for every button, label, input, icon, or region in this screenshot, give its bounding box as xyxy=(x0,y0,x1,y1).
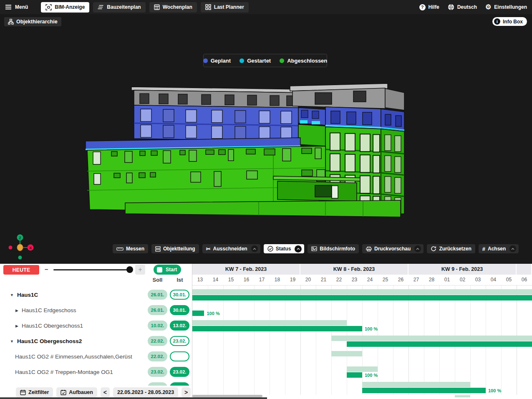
bim-3d-model[interactable] xyxy=(81,83,415,220)
grid-line xyxy=(270,285,270,395)
axis-x-negative-dot[interactable] xyxy=(9,246,13,250)
row-title: Haus1C OG2 # Einmessen,Ausschalen,Gerüst xyxy=(15,354,132,360)
axis-gizmo[interactable]: Z X xyxy=(6,232,35,260)
start-toggle[interactable]: Start xyxy=(154,265,181,275)
gantt-row-label[interactable]: ▼Haus1C xyxy=(0,287,147,303)
tool-label: Zurücksetzen xyxy=(439,246,471,252)
tool-label: Ausschneiden xyxy=(213,246,247,252)
sitemap-icon xyxy=(8,19,14,25)
tool-status[interactable]: Status xyxy=(264,244,305,253)
expand-arrow-icon[interactable]: ▶ xyxy=(15,324,18,328)
topbar-left-group: Menü BIM-AnzeigeBauzeitenplanWochenplanL… xyxy=(5,2,249,13)
tab-bauzeitenplan[interactable]: Bauzeitenplan xyxy=(93,2,145,13)
tab-label: Wochenplan xyxy=(163,4,192,10)
row-title: Haus1C OG2 # Treppen-Montage OG1 xyxy=(15,369,113,375)
axis-z-negative-dot[interactable] xyxy=(18,256,22,260)
tool-objektteilung[interactable]: Objektteilung xyxy=(151,244,199,253)
tool-messen[interactable]: Messen xyxy=(113,244,148,253)
einstellungen-button[interactable]: ⚙Einstellungen xyxy=(485,4,527,10)
chevron-up-circle-icon[interactable] xyxy=(509,245,516,252)
chevron-up-circle-icon[interactable] xyxy=(414,245,421,252)
help-icon: ? xyxy=(419,4,426,10)
tool-achsen[interactable]: #Achsen xyxy=(479,244,519,253)
ist-date-badge: 13.02. xyxy=(170,321,189,331)
grid4-icon xyxy=(205,4,211,10)
axis-z-label: Z xyxy=(19,236,21,240)
legend-label: Geplant xyxy=(211,58,231,64)
zoom-slider-thumb[interactable] xyxy=(126,266,133,273)
planned-bar xyxy=(192,289,532,295)
chevron-up-circle-icon[interactable] xyxy=(295,245,302,253)
gantt-row-label[interactable]: ▶Haus1C Obergeschoss1 xyxy=(0,318,147,333)
tool-label: Status xyxy=(276,246,291,252)
hamburger-icon xyxy=(5,5,12,10)
tool-label: Druckvorschau xyxy=(374,246,411,252)
grid-line xyxy=(223,285,224,395)
gantt-row-label[interactable]: ▼Haus1C Obergeschoss2 xyxy=(0,333,147,349)
start-checkbox[interactable] xyxy=(157,267,162,273)
info-box-label: Info Box xyxy=(503,19,523,25)
aufbauen-label: Aufbauen xyxy=(69,389,93,395)
chevron-up-circle-icon[interactable] xyxy=(251,245,258,252)
soll-date-badge: 23.02. xyxy=(148,367,167,377)
grid-line xyxy=(254,285,255,395)
scissors-icon: ✂ xyxy=(206,246,211,252)
ist-column-header: Ist xyxy=(170,277,190,283)
date-range-prev-button[interactable]: < xyxy=(101,387,110,397)
tool-label: Achsen xyxy=(488,246,506,252)
grid-line xyxy=(239,285,239,395)
gantt-row-label[interactable]: Haus1C OG2 # Treppen-Montage OG1 xyxy=(0,364,147,380)
grid-line xyxy=(316,285,316,395)
ist-date-badge xyxy=(170,351,189,361)
aufbauen-button[interactable]: Aufbauen xyxy=(56,387,97,397)
planned-bar xyxy=(347,366,378,372)
object-hierarchy-button[interactable]: Objekthierarchie xyxy=(4,17,61,26)
tool-ausschneiden[interactable]: ✂Ausschneiden xyxy=(202,244,260,253)
panel-bottom-edge xyxy=(0,397,267,399)
split-icon xyxy=(155,246,161,252)
globe-icon xyxy=(448,4,454,10)
tool-zur-cksetzen[interactable]: Zurücksetzen xyxy=(427,244,475,253)
time-filter-label: Zeitfilter xyxy=(28,389,49,395)
reset-icon xyxy=(431,246,436,252)
tab-label: Last Planner xyxy=(214,4,244,10)
zoom-in-plus[interactable]: + xyxy=(135,265,145,275)
ruler-icon xyxy=(116,247,124,251)
tab-last-planner[interactable]: Last Planner xyxy=(201,2,249,13)
tab-bim-anzeige[interactable]: BIM-Anzeige xyxy=(41,2,89,13)
printer-icon xyxy=(366,246,372,252)
nav-tabs: BIM-AnzeigeBauzeitenplanWochenplanLast P… xyxy=(41,2,249,13)
date-range-next-button[interactable]: > xyxy=(182,387,191,397)
menu-button[interactable]: Menü xyxy=(5,4,28,10)
top-navigation-bar: Menü BIM-AnzeigeBauzeitenplanWochenplanL… xyxy=(0,0,532,14)
time-filter-button[interactable]: Zeitfilter xyxy=(16,387,53,397)
ist-date-badge: 30.01. xyxy=(170,290,189,300)
gantt-row-label[interactable]: Haus1C OG2 # Einmessen,Ausschalen,Gerüst xyxy=(0,349,147,364)
tool-druckvorschau[interactable]: Druckvorschau xyxy=(362,244,424,253)
legend-dot xyxy=(203,58,208,63)
collapse-arrow-icon[interactable]: ▼ xyxy=(10,339,14,343)
progress-percent-label: 100 % xyxy=(207,311,219,316)
expand-arrow-icon[interactable]: ▶ xyxy=(15,308,18,313)
soll-date-badge: 26.01. xyxy=(148,290,167,300)
status-legend: GeplantGestartetAbgeschlossen xyxy=(203,54,327,67)
tool-bildschirmfoto[interactable]: Bildschirmfoto xyxy=(308,244,359,253)
deutsch-button[interactable]: Deutsch xyxy=(448,4,477,10)
grid-line xyxy=(285,285,285,395)
legend-label: Gestartet xyxy=(247,58,271,64)
ist-date-badge: 30.01. xyxy=(170,305,189,315)
hilfe-button[interactable]: ?Hilfe xyxy=(419,4,439,10)
info-box-button[interactable]: i Info Box xyxy=(492,17,527,26)
legend-item-abgeschlossen: Abgeschlossen xyxy=(280,58,327,64)
zoom-out-minus[interactable]: – xyxy=(45,265,48,273)
tab-wochenplan[interactable]: Wochenplan xyxy=(149,2,197,13)
gantt-chart-area[interactable]: 100 %100 %100 %100 % xyxy=(192,264,532,397)
gizmo-center[interactable] xyxy=(17,244,23,251)
zoom-slider-track[interactable] xyxy=(53,269,133,270)
today-button[interactable]: HEUTE xyxy=(3,265,39,275)
panel-divider xyxy=(192,264,192,399)
date-range-value[interactable]: 22.05.2023 - 28.05.2023 xyxy=(113,387,178,397)
collapse-arrow-icon[interactable]: ▼ xyxy=(10,293,14,297)
gantt-row-label[interactable]: ▶Haus1C Erdgeschoss xyxy=(0,303,147,318)
axis-x-label: X xyxy=(29,246,32,250)
